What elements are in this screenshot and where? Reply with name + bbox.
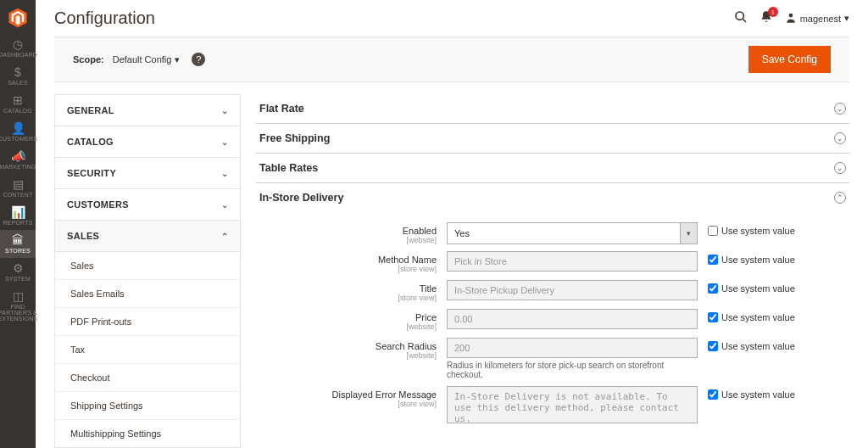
- page-title: Configuration: [54, 8, 155, 28]
- username-label: magenest: [800, 14, 841, 24]
- sidebar-item-multishipping[interactable]: Multishipping Settings: [55, 420, 240, 448]
- chevron-down-icon: ⌄: [221, 106, 228, 115]
- method-name-use-system[interactable]: Use system value: [708, 251, 795, 265]
- expand-icon: ⌄: [834, 103, 846, 115]
- search-icon[interactable]: [734, 10, 748, 26]
- sidebar-group-customers[interactable]: CUSTOMERS⌄: [55, 189, 240, 221]
- chevron-up-icon: ⌃: [221, 232, 228, 241]
- building-icon: 🏛: [12, 234, 24, 246]
- field-price: Price[website] Use system value: [256, 305, 849, 334]
- field-error-message: Displayed Error Message[store view] In-S…: [256, 383, 849, 429]
- svg-line-4: [743, 19, 746, 22]
- config-sidebar: GENERAL⌄ CATALOG⌄ SECURITY⌄ CUSTOMERS⌄ S…: [54, 94, 241, 448]
- in-store-delivery-fields: Enabled[website] Yes▾ Use system value M…: [256, 212, 849, 441]
- chevron-down-icon: ▾: [175, 54, 180, 65]
- search-radius-note: Radius in kilometers for store pick-up s…: [447, 361, 698, 379]
- sidebar-item-pdf-printouts[interactable]: PDF Print-outs: [55, 308, 240, 336]
- chevron-down-icon: ▾: [844, 13, 849, 24]
- save-config-button[interactable]: Save Config: [748, 46, 831, 73]
- scope-bar: Scope: Default Config▾ ? Save Config: [54, 36, 849, 82]
- chevron-down-icon: ⌄: [221, 169, 228, 178]
- svg-point-3: [736, 12, 743, 20]
- nav-stores[interactable]: 🏛STORES: [0, 230, 36, 258]
- nav-reports[interactable]: 📊REPORTS: [0, 202, 36, 230]
- section-table-rates[interactable]: Table Rates⌄: [256, 154, 849, 183]
- megaphone-icon: 📣: [11, 150, 25, 162]
- chevron-down-icon: ⌄: [221, 137, 228, 147]
- grid-icon: ⊞: [13, 94, 23, 106]
- chevron-down-icon: ▾: [680, 223, 697, 244]
- scope-label: Scope:: [73, 54, 104, 64]
- sidebar-item-shipping-settings[interactable]: Shipping Settings: [55, 392, 240, 420]
- main-area: Configuration 1 magenest ▾ Scope: Defaul…: [36, 0, 868, 448]
- person-icon: 👤: [11, 122, 25, 134]
- field-title: Title[store view] Use system value: [256, 277, 849, 305]
- magento-logo[interactable]: [7, 7, 29, 29]
- sidebar-group-sales[interactable]: SALES⌃: [55, 221, 240, 252]
- field-search-radius: Search Radius[website] Radius in kilomet…: [256, 334, 849, 383]
- field-method-name: Method Name[store view] Use system value: [256, 248, 849, 277]
- config-content: Flat Rate⌄ Free Shipping⌄ Table Rates⌄ I…: [256, 94, 849, 448]
- error-message-use-system[interactable]: Use system value: [708, 386, 795, 400]
- svg-point-5: [788, 13, 793, 17]
- expand-icon: ⌄: [834, 132, 846, 144]
- notification-badge: 1: [768, 7, 778, 17]
- dollar-icon: $: [14, 66, 21, 78]
- user-icon: [785, 12, 797, 25]
- nav-catalog[interactable]: ⊞CATALOG: [0, 90, 36, 118]
- chevron-down-icon: ⌄: [221, 200, 228, 210]
- enabled-select[interactable]: Yes▾: [447, 222, 698, 244]
- sidebar-item-sales[interactable]: Sales: [55, 252, 240, 280]
- sidebar-group-general[interactable]: GENERAL⌄: [55, 95, 240, 126]
- nav-system[interactable]: ⚙SYSTEM: [0, 258, 36, 286]
- nav-content[interactable]: ▤CONTENT: [0, 174, 36, 202]
- chart-icon: 📊: [11, 206, 25, 218]
- sidebar-item-tax[interactable]: Tax: [55, 336, 240, 364]
- notifications-icon[interactable]: 1: [760, 10, 773, 26]
- expand-icon: ⌄: [834, 162, 846, 174]
- sidebar-group-catalog[interactable]: CATALOG⌄: [55, 126, 240, 158]
- account-menu[interactable]: magenest ▾: [785, 12, 849, 25]
- method-name-input: [447, 251, 698, 272]
- gauge-icon: ◷: [13, 38, 23, 50]
- title-input: [447, 280, 698, 300]
- sidebar-item-checkout[interactable]: Checkout: [55, 364, 240, 392]
- nav-marketing[interactable]: 📣MARKETING: [0, 146, 36, 174]
- gear-icon: ⚙: [13, 262, 24, 274]
- layout-icon: ▤: [13, 178, 24, 190]
- nav-customers[interactable]: 👤CUSTOMERS: [0, 118, 36, 146]
- svg-marker-2: [16, 15, 20, 25]
- section-free-shipping[interactable]: Free Shipping⌄: [256, 124, 849, 154]
- collapse-icon: ⌃: [834, 192, 846, 204]
- admin-side-nav: ◷DASHBOARD $SALES ⊞CATALOG 👤CUSTOMERS 📣M…: [0, 0, 36, 448]
- error-message-textarea: In-Store Delivery is not available. To u…: [447, 386, 698, 423]
- section-in-store-delivery[interactable]: In-Store Delivery⌃: [256, 183, 849, 212]
- page-header: Configuration 1 magenest ▾: [36, 0, 868, 31]
- search-radius-input: [447, 338, 698, 358]
- sidebar-group-security[interactable]: SECURITY⌄: [55, 158, 240, 189]
- nav-sales[interactable]: $SALES: [0, 62, 36, 90]
- scope-selector[interactable]: Default Config▾: [113, 54, 181, 65]
- enabled-use-system[interactable]: Use system value: [708, 222, 795, 236]
- search-radius-use-system[interactable]: Use system value: [708, 338, 795, 351]
- title-use-system[interactable]: Use system value: [708, 280, 795, 294]
- price-use-system[interactable]: Use system value: [708, 309, 795, 322]
- field-enabled: Enabled[website] Yes▾ Use system value: [256, 219, 849, 248]
- nav-dashboard[interactable]: ◷DASHBOARD: [0, 34, 36, 62]
- section-flat-rate[interactable]: Flat Rate⌄: [256, 94, 849, 124]
- nav-partners[interactable]: ◫FIND PARTNERS & EXTENSIONS: [0, 286, 36, 326]
- help-icon[interactable]: ?: [192, 53, 205, 66]
- price-input: [447, 309, 698, 329]
- partners-icon: ◫: [13, 290, 24, 302]
- sidebar-item-sales-emails[interactable]: Sales Emails: [55, 280, 240, 308]
